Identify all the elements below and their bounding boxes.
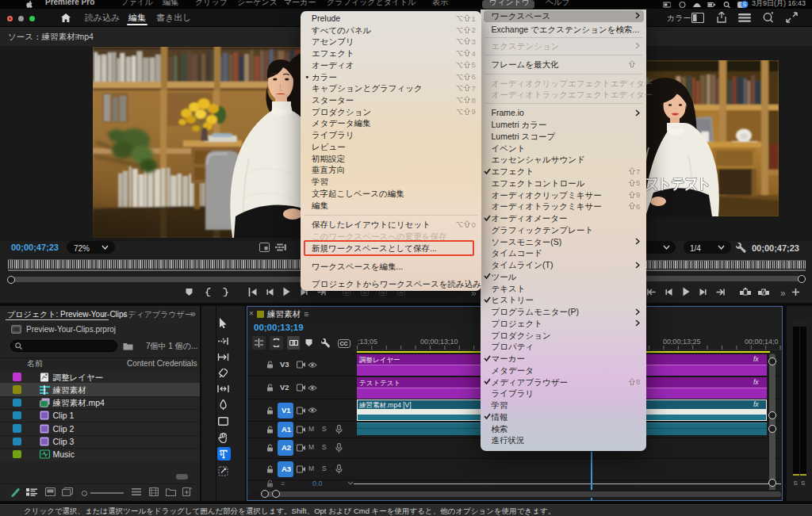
svg-text:S: S — [743, 2, 747, 7]
